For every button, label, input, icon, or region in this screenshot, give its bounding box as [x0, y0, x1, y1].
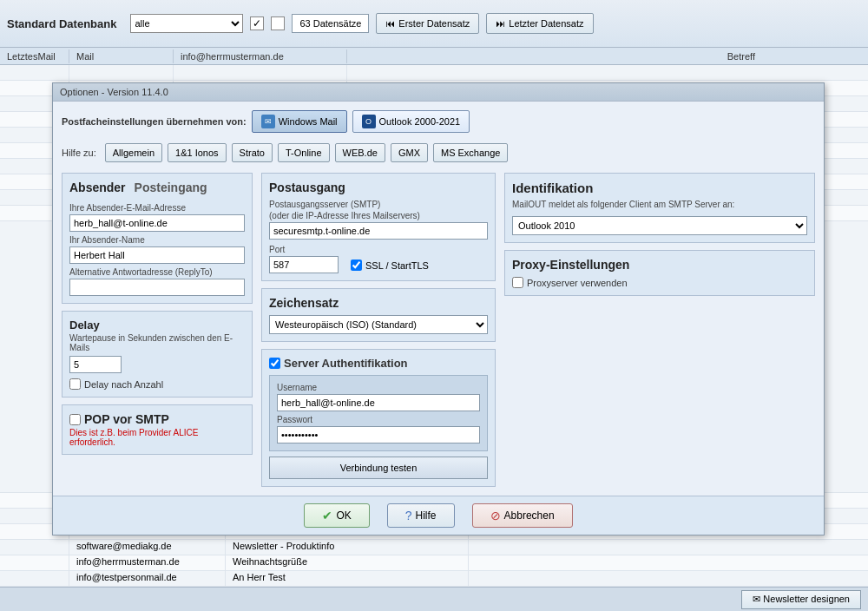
- verbindung-testen-button[interactable]: Verbindung testen: [269, 457, 488, 479]
- smtp-label: Postausgangsserver (SMTP): [269, 200, 488, 209]
- col-header-betreff: Betreff: [347, 49, 868, 63]
- table-cell: [174, 65, 347, 80]
- postfach-label: Postfacheinstellungen übernehmen von:: [62, 116, 247, 127]
- reply-input[interactable]: [69, 279, 245, 296]
- windows-mail-button[interactable]: ✉ Windows Mail: [252, 110, 347, 133]
- help-tab-msexchange[interactable]: MS Exchange: [433, 143, 508, 162]
- col-header-1: LetztesMail: [0, 49, 69, 63]
- top-toolbar: Standard Datenbank alle ✓ 63 Datensätze …: [0, 0, 868, 48]
- absender-box: Absender Posteingang Ihre Absender-E-Mai…: [62, 173, 253, 304]
- table-row[interactable]: software@mediakg.de Newsletter - Produkt…: [0, 540, 868, 555]
- table-cell-betreff: Newsletter - Produktinfo: [226, 540, 469, 555]
- port-group: Port: [269, 245, 339, 273]
- identifikation-text: MailOUT meldet als folgender Client am S…: [512, 199, 807, 211]
- first-record-button[interactable]: ⏮ Erster Datensatz: [376, 13, 479, 34]
- email-label: Ihre Absender-E-Mail-Adresse: [69, 203, 245, 213]
- col-headers-row: LetztesMail Mail info@herrmusterman.de B…: [0, 48, 868, 65]
- zeichensatz-select[interactable]: Westeuropäisch (ISO) (Standard): [269, 315, 488, 334]
- pop-checkbox[interactable]: [69, 414, 81, 425]
- table-cell: [469, 555, 868, 570]
- proxyserver-label: Proxyserver verwenden: [527, 278, 628, 288]
- toolbar-select[interactable]: alle: [130, 14, 243, 33]
- port-input[interactable]: [269, 256, 339, 273]
- password-input[interactable]: [277, 426, 480, 443]
- dialog-content: Postfacheinstellungen übernehmen von: ✉ …: [53, 102, 824, 496]
- reply-field-group: Alternative Antwortadresse (ReplyTo): [69, 267, 245, 296]
- help-tab-ionos[interactable]: 1&1 Ionos: [168, 143, 227, 162]
- delay-input[interactable]: [69, 356, 122, 373]
- proxyserver-checkbox[interactable]: [512, 277, 523, 288]
- delay-nach-anzahl-row: Delay nach Anzahl: [69, 378, 245, 390]
- dialog-buttons: ✔ OK ? Hilfe ⊘ Abbrechen: [53, 496, 824, 535]
- delay-nach-anzahl-checkbox[interactable]: [69, 378, 81, 390]
- abbrechen-button[interactable]: ⊘ Abbrechen: [472, 503, 573, 528]
- last-record-button[interactable]: ⏭ Letzter Datensatz: [486, 13, 593, 34]
- table-cell: [69, 65, 174, 80]
- ssl-checkbox[interactable]: [351, 260, 362, 271]
- help-label: Hilfe zu:: [62, 148, 96, 158]
- table-cell: [0, 571, 69, 586]
- ok-button[interactable]: ✔ OK: [304, 503, 369, 528]
- newsletter-design-button[interactable]: ✉ Newsletter designen: [741, 590, 861, 609]
- outlook-button[interactable]: O Outlook 2000-2021: [352, 110, 470, 133]
- last-record-icon: ⏭: [496, 18, 505, 29]
- hilfe-button[interactable]: ? Hilfe: [387, 503, 455, 528]
- absender-title: Absender: [69, 181, 126, 194]
- table-cell-email: info@testpersonmail.de: [69, 571, 226, 586]
- dialog-title: Optionen - Version 11.4.0: [60, 87, 168, 97]
- toolbar-checkbox1[interactable]: ✓: [250, 16, 264, 30]
- table-cell: [0, 555, 69, 570]
- col-header-2: Mail: [69, 49, 174, 63]
- table-cell: [347, 65, 868, 80]
- right-column: Identifikation MailOUT meldet als folgen…: [504, 173, 815, 487]
- help-tab-allgemein[interactable]: Allgemein: [105, 143, 162, 162]
- postausgang-box: Postausgang Postausgangsserver (SMTP) (o…: [261, 173, 496, 281]
- toolbar-count: 63 Datensätze: [292, 14, 369, 33]
- delay-box: Delay Wartepause in Sekunden zwischen de…: [62, 311, 253, 397]
- pop-row: POP vor SMTP: [69, 412, 245, 426]
- table-cell: [469, 571, 868, 586]
- name-field-group: Ihr Absender-Name: [69, 235, 245, 264]
- smtp-sublabel: (oder die IP-Adresse Ihres Mailservers): [269, 211, 488, 220]
- postausgang-title: Postausgang: [269, 181, 488, 194]
- name-input[interactable]: [69, 246, 245, 264]
- proxyserver-row: Proxyserver verwenden: [512, 277, 807, 288]
- dialog-title-bar: Optionen - Version 11.4.0: [53, 83, 824, 102]
- table-row[interactable]: info@testpersonmail.de An Herr Test: [0, 571, 868, 587]
- email-input[interactable]: [69, 214, 245, 232]
- delay-title: Delay: [69, 319, 245, 332]
- help-row: Hilfe zu: Allgemein 1&1 Ionos Strato T-O…: [62, 143, 815, 162]
- help-tab-strato[interactable]: Strato: [232, 143, 273, 162]
- identifikation-title: Identifikation: [512, 181, 807, 195]
- table-cell: [0, 540, 69, 555]
- ssl-row: SSL / StartTLS: [351, 260, 429, 271]
- password-label: Passwort: [277, 415, 480, 424]
- toolbar-title: Standard Datenbank: [7, 17, 116, 30]
- table-cell: [0, 65, 69, 80]
- auth-box: Server Authentifikation Username Passwor…: [261, 349, 496, 487]
- table-row[interactable]: info@herrmusterman.de Weihnachtsgrüße: [0, 555, 868, 571]
- help-tab-webde[interactable]: WEB.de: [335, 143, 385, 162]
- table-cell-betreff: An Herr Test: [226, 571, 469, 586]
- windows-icon: ✉: [261, 115, 275, 128]
- help-tab-gmx[interactable]: GMX: [391, 143, 428, 162]
- auth-checkbox[interactable]: [269, 358, 280, 369]
- table-row[interactable]: [0, 65, 868, 81]
- table-cell-email: software@mediakg.de: [69, 540, 226, 555]
- toolbar-checkbox2[interactable]: [271, 16, 285, 30]
- username-input[interactable]: [277, 394, 480, 411]
- table-cell-betreff: Weihnachtsgrüße: [226, 555, 469, 570]
- pop-box: POP vor SMTP Dies ist z.B. beim Provider…: [62, 404, 253, 455]
- abbrechen-icon: ⊘: [490, 509, 501, 522]
- options-dialog: Optionen - Version 11.4.0 Postfacheinste…: [52, 82, 825, 535]
- outlook-icon: O: [362, 115, 376, 128]
- ssl-label: SSL / StartTLS: [365, 260, 429, 271]
- middle-column: Postausgang Postausgangsserver (SMTP) (o…: [261, 173, 496, 487]
- smtp-input[interactable]: [269, 222, 488, 240]
- username-label: Username: [277, 383, 480, 392]
- zeichensatz-title: Zeichensatz: [269, 296, 488, 310]
- identifikation-select[interactable]: Outlook 2010 Outlook 2013 Outlook 2016 T…: [512, 216, 807, 235]
- help-tab-tonline[interactable]: T-Online: [278, 143, 330, 162]
- delay-sublabel: Wartepause in Sekunden zwischen den E-Ma…: [69, 333, 245, 352]
- proxy-box: Proxy-Einstellungen Proxyserver verwende…: [504, 250, 815, 296]
